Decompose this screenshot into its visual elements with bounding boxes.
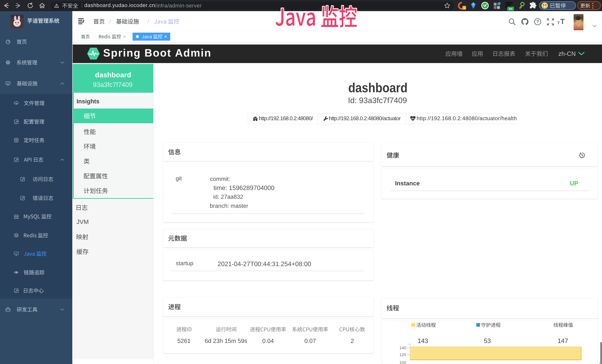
- svg-text:1: 1: [463, 6, 465, 10]
- svg-text:on: on: [509, 7, 512, 10]
- svg-text:?: ?: [536, 19, 539, 24]
